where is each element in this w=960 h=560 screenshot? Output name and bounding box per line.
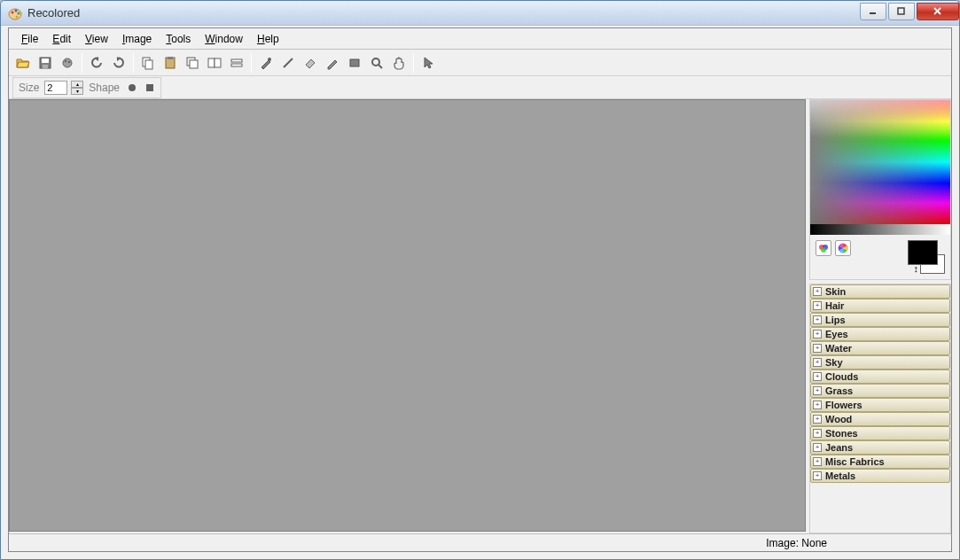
expand-icon[interactable]: +: [813, 372, 822, 381]
expand-icon[interactable]: +: [813, 415, 822, 424]
options-bar: Size ▴ ▾ Shape: [9, 76, 951, 99]
stack3-icon[interactable]: [226, 52, 247, 74]
svg-rect-21: [208, 58, 215, 67]
palette-item-grass[interactable]: +Grass: [810, 384, 950, 398]
eraser-icon[interactable]: [300, 52, 321, 74]
color-model-rgb-button[interactable]: [816, 240, 831, 256]
palette-label: Stones: [825, 428, 858, 439]
expand-icon[interactable]: +: [813, 358, 822, 367]
palette-label: Wood: [825, 414, 852, 424]
copy-icon[interactable]: [137, 52, 159, 74]
svg-rect-6: [898, 8, 904, 14]
menu-image[interactable]: Image: [115, 30, 159, 48]
menu-file[interactable]: File: [14, 30, 45, 48]
palette-item-water[interactable]: +Water: [810, 341, 950, 355]
spinner-up[interactable]: ▴: [71, 81, 83, 88]
svg-rect-27: [350, 59, 359, 66]
workspace: ↕ +Skin+Hair+Lips+Eyes+Water+Sky+Clouds+…: [9, 99, 951, 533]
palette-label: Metals: [825, 471, 855, 481]
redo-icon[interactable]: [108, 52, 129, 74]
svg-rect-18: [168, 57, 173, 59]
expand-icon[interactable]: +: [813, 429, 822, 438]
titlebar-text: Recolored: [27, 6, 858, 19]
line-icon[interactable]: [277, 52, 299, 74]
palette-item-metals[interactable]: +Metals: [810, 469, 950, 483]
expand-icon[interactable]: +: [813, 386, 822, 395]
swatch-row: ↕: [810, 235, 950, 279]
grayscale-strip[interactable]: [810, 224, 950, 235]
palette-item-clouds[interactable]: +Clouds: [810, 369, 950, 384]
palette-label: Water: [825, 343, 852, 354]
titlebar[interactable]: Recolored: [1, 1, 959, 26]
hand-icon[interactable]: [388, 52, 410, 74]
foreground-swatch[interactable]: [908, 240, 938, 265]
palette-item-flowers[interactable]: +Flowers: [810, 398, 950, 412]
menu-edit[interactable]: Edit: [45, 30, 78, 48]
expand-icon[interactable]: +: [813, 330, 822, 338]
expand-icon[interactable]: +: [813, 344, 822, 353]
svg-line-26: [284, 58, 293, 67]
right-panel: ↕ +Skin+Hair+Lips+Eyes+Water+Sky+Clouds+…: [808, 99, 951, 533]
palette-label: Eyes: [825, 329, 848, 339]
brush-icon[interactable]: [255, 52, 277, 74]
svg-rect-31: [146, 84, 153, 91]
color-field[interactable]: [810, 100, 950, 224]
menubar: FileEditViewImageToolsWindowHelp: [9, 28, 951, 50]
expand-icon[interactable]: +: [813, 401, 822, 409]
color-wheel-button[interactable]: [835, 240, 851, 256]
status-text: Image: None: [766, 537, 942, 549]
svg-rect-22: [215, 58, 221, 67]
pointer-icon[interactable]: [418, 52, 439, 74]
svg-point-34: [821, 247, 826, 253]
expand-icon[interactable]: +: [813, 287, 822, 296]
palette-label: Flowers: [825, 400, 862, 410]
rect-icon[interactable]: [344, 52, 365, 74]
svg-point-3: [18, 12, 20, 14]
shape-square-button[interactable]: [143, 81, 157, 95]
color-picker-panel: ↕: [809, 99, 951, 280]
size-spinner[interactable]: ▴ ▾: [71, 81, 83, 95]
expand-icon[interactable]: +: [813, 443, 822, 452]
svg-point-1: [12, 11, 14, 13]
size-input[interactable]: [44, 81, 67, 95]
palette-item-stones[interactable]: +Stones: [810, 426, 950, 440]
close-button[interactable]: [917, 3, 959, 20]
pencil-icon[interactable]: [322, 52, 343, 74]
palette-item-hair[interactable]: +Hair: [810, 299, 950, 313]
expand-icon[interactable]: +: [813, 471, 822, 480]
paste-icon[interactable]: [160, 52, 181, 74]
minimize-button[interactable]: [860, 3, 886, 20]
maximize-button[interactable]: [888, 3, 915, 20]
zoom-icon[interactable]: [366, 52, 387, 74]
palette-item-eyes[interactable]: +Eyes: [810, 327, 950, 341]
palette-item-wood[interactable]: +Wood: [810, 412, 950, 426]
palette-item-skin[interactable]: +Skin: [810, 284, 950, 299]
palette-item-lips[interactable]: +Lips: [810, 313, 950, 327]
palette-label: Sky: [825, 357, 843, 368]
palette-item-sky[interactable]: +Sky: [810, 355, 950, 369]
save-icon[interactable]: [35, 52, 56, 74]
menu-window[interactable]: Window: [198, 30, 250, 48]
spinner-down[interactable]: ▾: [71, 88, 83, 95]
palette-item-misc-fabrics[interactable]: +Misc Fabrics: [810, 455, 950, 469]
svg-rect-20: [190, 60, 198, 68]
swap-colors-icon[interactable]: ↕: [914, 263, 919, 274]
menu-help[interactable]: Help: [250, 30, 286, 48]
undo-icon[interactable]: [86, 52, 107, 74]
open-icon[interactable]: [12, 52, 34, 74]
expand-icon[interactable]: +: [813, 457, 822, 466]
app-icon: [8, 6, 22, 20]
colorize-icon[interactable]: [57, 52, 78, 74]
app-window: Recolored FileEditViewImageToolsWindowHe…: [0, 0, 960, 560]
shape-circle-button[interactable]: [125, 81, 139, 95]
expand-icon[interactable]: +: [813, 301, 822, 310]
size-label: Size: [19, 82, 39, 94]
expand-icon[interactable]: +: [813, 315, 822, 324]
palette-item-jeans[interactable]: +Jeans: [810, 440, 950, 455]
stack2-icon[interactable]: [204, 52, 225, 74]
canvas-area[interactable]: [9, 99, 806, 532]
stack-icon[interactable]: [182, 52, 203, 74]
menu-view[interactable]: View: [78, 30, 115, 48]
statusbar: Image: None: [9, 533, 951, 551]
menu-tools[interactable]: Tools: [159, 30, 198, 48]
